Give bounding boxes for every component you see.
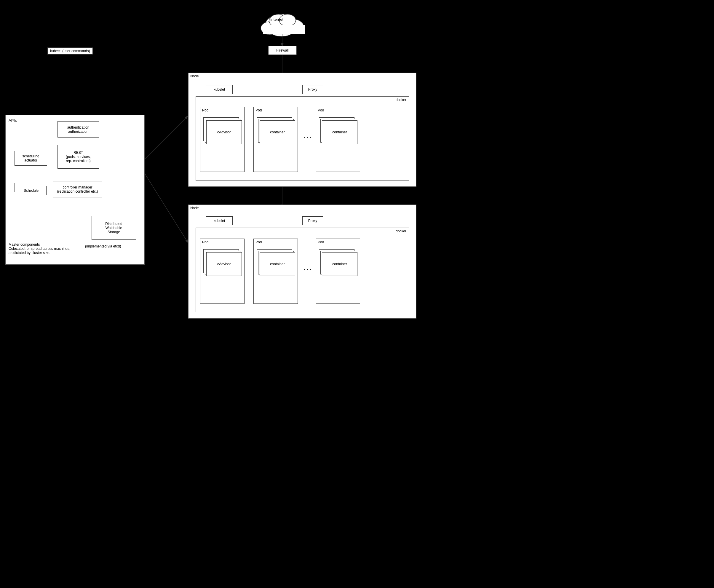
pod-2-3-label: Pod — [318, 240, 324, 244]
pod-1-2-label: Pod — [255, 108, 262, 112]
kubelet-box-1: kubelet — [206, 85, 233, 94]
rest-box: REST (pods, services, rep. controllers) — [58, 145, 99, 169]
ellipsis-2: · · · — [304, 267, 311, 273]
docker2-label: docker — [396, 229, 406, 233]
pod-2-1-label: Pod — [202, 240, 208, 244]
pod-box-2-2: Pod container — [253, 238, 298, 304]
cadvisor-1-label: cAdvisor — [217, 130, 231, 134]
pod-box-2-1: Pod cAdvisor — [200, 238, 245, 304]
svg-line-37 — [144, 115, 188, 160]
cadvisor-2-label: cAdvisor — [217, 262, 231, 266]
container-2-label: container — [332, 130, 347, 134]
distributed-storage-label: Distributed Watchable Storage — [105, 222, 122, 234]
scheduling-label: scheduling actuator — [22, 154, 39, 163]
etcd-label: (implemented via etcd) — [85, 244, 121, 248]
kubelet-box-2: kubelet — [206, 216, 233, 225]
pod-2-2-label: Pod — [255, 240, 262, 244]
internet-label: Internet — [270, 17, 284, 22]
controller-manager-label: controller manager (replication controll… — [57, 185, 98, 193]
auth-box: authentication authorization — [58, 121, 99, 138]
master-note: Master components Colocated, or spread a… — [8, 238, 70, 255]
pod-box-1-1: Pod cAdvisor — [200, 107, 245, 172]
kubectl-label: kubectl (user commands) — [47, 47, 93, 55]
scheduler-box-2: Scheduler — [17, 186, 46, 195]
svg-point-4 — [283, 19, 304, 34]
firewall-box: Firewall — [268, 46, 297, 55]
pod-box-1-2: Pod container — [253, 107, 298, 172]
apis-label: APIs — [8, 118, 17, 123]
svg-point-3 — [261, 22, 279, 35]
distributed-storage-box: Distributed Watchable Storage — [91, 216, 136, 240]
pod-box-1-3: Pod container — [316, 107, 360, 172]
node2-label: Node — [190, 206, 199, 210]
container-3-label: container — [270, 262, 285, 266]
pod-box-2-3: Pod container — [316, 238, 360, 304]
proxy-box-2: Proxy — [302, 216, 323, 225]
docker1-label: docker — [396, 98, 406, 102]
ellipsis-1: · · · — [304, 135, 311, 141]
master-box: APIs authentication authorization REST (… — [5, 115, 145, 265]
rest-label: REST (pods, services, rep. controllers) — [66, 150, 91, 163]
svg-rect-7 — [263, 25, 305, 34]
container-1-label: container — [270, 130, 285, 134]
node1-label: Node — [190, 74, 199, 78]
proxy-box-1: Proxy — [302, 85, 323, 94]
pod-1-3-label: Pod — [318, 108, 324, 112]
pod-1-1-label: Pod — [202, 108, 208, 112]
auth-label: authentication authorization — [67, 125, 89, 134]
svg-line-38 — [144, 172, 188, 243]
scheduling-box: scheduling actuator — [15, 151, 47, 166]
container-4-label: container — [332, 262, 347, 266]
controller-manager-box: controller manager (replication controll… — [53, 181, 102, 197]
